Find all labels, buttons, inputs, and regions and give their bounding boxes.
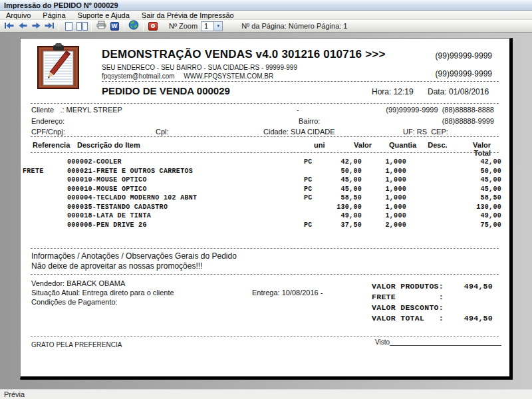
cell-quantia: 1,000	[362, 186, 406, 195]
cell-ref	[21, 158, 67, 168]
cell-valor: 42,00	[325, 158, 362, 168]
cell-total: 49,00	[449, 212, 509, 221]
web-button[interactable]	[128, 21, 140, 32]
total-label: FRETE :	[372, 293, 444, 303]
next-page-icon	[31, 20, 41, 32]
client-cidade: Cidade: SUA CIDADE	[263, 128, 335, 136]
print-button[interactable]	[95, 21, 107, 32]
cell-valor: 45,00	[325, 176, 362, 186]
cell-ref	[21, 186, 67, 195]
divider	[102, 81, 499, 82]
menu-pagina[interactable]: Página	[37, 11, 71, 19]
thanks-line: GRATO PELA PREFERENCIA	[31, 341, 122, 348]
cell-desc: 000018-LATA DE TINTA	[67, 212, 301, 221]
two-page-view-button[interactable]	[76, 21, 88, 32]
cell-total: 50,00	[449, 168, 509, 177]
prev-page-button[interactable]	[17, 21, 29, 32]
table-header: Referencia Descrição do Item uni Valor Q…	[31, 141, 499, 157]
total-row: FRETE :	[372, 293, 493, 303]
cell-uni: PC	[301, 176, 325, 186]
cell-desc: 000021-FRETE E OUTROS CARRETOS	[67, 168, 301, 177]
single-page-icon	[65, 22, 72, 31]
client-uf-cep: UF: RS CEP:	[403, 128, 448, 136]
total-label: VALOR TOTAL :	[372, 314, 444, 325]
last-page-icon	[44, 20, 55, 32]
total-value: 494,50	[464, 282, 493, 293]
cell-quantia: 1,000	[362, 158, 406, 168]
cell-uni: PC	[301, 194, 325, 203]
notes-title: Informações / Anotações / Observações Ge…	[31, 251, 237, 261]
cell-quantia: 1,000	[362, 203, 406, 213]
company-phone-2: (99)99999-9999	[436, 69, 492, 78]
table-row: 000008-PEN DRIVE 2GPC37,502,00075,00	[21, 221, 509, 231]
table-row: FRETE000021-FRETE E OUTROS CARRETOS50,00…	[21, 168, 509, 177]
cell-desc: 000002-COOLER	[67, 158, 301, 168]
globe-icon	[128, 20, 139, 33]
toolbar-separator	[143, 21, 144, 31]
total-row: VALOR TOTAL :494,50	[372, 314, 493, 325]
header-quantia: Quantia	[372, 141, 416, 157]
table-row: 000010-MOUSE OPTICOPC45,001,00045,00	[21, 186, 509, 195]
cell-desc: 000010-MOUSE OPTICO	[67, 186, 301, 195]
table-row: 000018-LATA DE TINTA49,001,00049,00	[21, 212, 509, 221]
zoom-select[interactable]: 1 ▾	[201, 21, 223, 31]
page-number-info: Nº da Página: Número Página: 1	[241, 22, 347, 30]
menu-arquivo[interactable]: Arquivo	[0, 11, 37, 19]
next-page-button[interactable]	[30, 21, 42, 32]
client-endereco-label: Endereço:	[31, 117, 65, 125]
last-page-button[interactable]	[43, 21, 55, 32]
cell-desc-val	[406, 168, 449, 177]
client-phones-1: (99)99999-9999 (88)88888-8888	[386, 106, 494, 114]
items-list: 000002-COOLERPC42,001,00042,00 FRETE0000…	[21, 158, 509, 230]
divider	[31, 336, 499, 337]
cell-quantia: 1,000	[362, 194, 406, 203]
company-website: WWW.FPQSYSTEM.COM.BR	[184, 72, 273, 80]
company-address: SEU ENDERECO - SEU BAIRRO - SUA CIDADE-R…	[102, 64, 297, 71]
client-cpl-label: Cpl:	[156, 128, 169, 136]
total-row: VALOR PRODUTOS:494,50	[372, 282, 493, 293]
cell-uni	[301, 168, 325, 177]
export-word-button[interactable]: W	[108, 21, 120, 32]
visto-line: Visto	[375, 338, 501, 346]
status-text: Prévia	[4, 390, 25, 398]
header-valor-total: Valor Total	[459, 141, 499, 157]
toolbar-separator	[124, 21, 124, 31]
cell-ref	[21, 176, 67, 186]
cell-uni: PC	[301, 221, 325, 231]
order-title: PEDIDO DE VENDA 000029	[102, 85, 230, 96]
vendedor-line: Vendedor: BARACK OBAMA	[31, 279, 174, 288]
exit-icon	[148, 22, 158, 31]
divider	[31, 274, 499, 275]
cell-valor: 45,00	[325, 186, 362, 195]
cell-quantia: 1,000	[362, 212, 406, 221]
single-page-view-button[interactable]	[63, 21, 74, 32]
table-row: 000010-MOUSE OPTICOPC45,001,00045,00	[21, 176, 509, 186]
total-row: VALOR DESCONTO:	[372, 303, 493, 314]
menu-suporte-ajuda[interactable]: Suporte e Ajuda	[72, 11, 136, 19]
table-row: 000002-COOLERPC42,001,00042,00	[21, 158, 509, 168]
cell-total: 58,50	[449, 194, 509, 203]
cell-desc-val	[406, 176, 449, 186]
exit-preview-button[interactable]	[147, 21, 159, 32]
chevron-down-icon[interactable]: ▾	[213, 22, 222, 31]
company-email: fpqsystem@hotmail.com	[102, 72, 175, 80]
signature-line	[390, 338, 501, 346]
visto-label: Visto	[375, 338, 390, 346]
total-label: VALOR PRODUTOS:	[372, 282, 444, 293]
total-value: 494,50	[464, 314, 493, 325]
cell-ref	[21, 221, 67, 231]
client-cpf-label: CPF/Cnpj:	[31, 128, 65, 136]
cell-total: 42,00	[449, 158, 509, 168]
cell-ref: FRETE	[21, 168, 67, 177]
cell-total: 130,00	[449, 203, 509, 213]
client-phone-2: (88)88888-9999	[442, 117, 494, 125]
cell-total: 45,00	[449, 186, 509, 195]
client-name-row: Cliente .: MERYL STREEP	[31, 106, 122, 114]
menu-sair-previa[interactable]: Sair da Prévia de Impressão	[136, 11, 240, 19]
first-page-button[interactable]	[3, 21, 15, 32]
printer-icon	[96, 20, 106, 32]
header-descricao: Descrição do Item	[77, 141, 311, 157]
cell-uni: PC	[301, 158, 325, 168]
menu-bar: Arquivo Página Suporte e Ajuda Sair da P…	[0, 11, 532, 20]
client-dash: -	[297, 106, 299, 114]
